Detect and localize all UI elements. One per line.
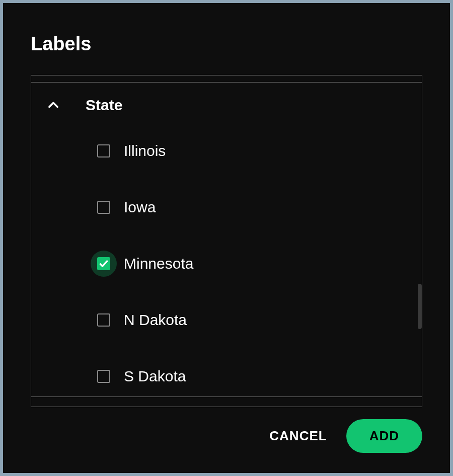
checkbox-wrap bbox=[91, 251, 117, 277]
checkbox-wrap bbox=[91, 138, 117, 164]
item-label: Iowa bbox=[124, 199, 156, 216]
checkbox[interactable] bbox=[97, 313, 110, 327]
list-item[interactable]: N Dakota bbox=[97, 307, 412, 333]
checkbox-wrap bbox=[91, 307, 117, 333]
list-item[interactable]: Minnesota bbox=[97, 251, 412, 277]
scrollbar-thumb[interactable] bbox=[418, 284, 422, 329]
list-item[interactable]: Illinois bbox=[97, 138, 412, 164]
list-item[interactable]: S Dakota bbox=[97, 363, 412, 389]
checkbox-wrap bbox=[91, 194, 117, 220]
chevron-up-icon[interactable] bbox=[46, 98, 60, 112]
group-title: State bbox=[86, 97, 122, 114]
group-header[interactable]: State bbox=[41, 93, 412, 123]
item-label: Minnesota bbox=[124, 255, 193, 272]
checkbox[interactable] bbox=[97, 201, 110, 214]
content-box: State Illinois bbox=[31, 75, 422, 407]
content-inner[interactable]: State Illinois bbox=[31, 83, 422, 396]
divider bbox=[31, 396, 422, 407]
list-item[interactable]: Iowa bbox=[97, 194, 412, 220]
cancel-button[interactable]: CANCEL bbox=[265, 423, 331, 449]
labels-dialog: Labels State Illino bbox=[3, 3, 450, 473]
checkbox[interactable] bbox=[97, 257, 110, 270]
add-button[interactable]: ADD bbox=[346, 419, 422, 453]
items-list: Illinois Iowa Mi bbox=[41, 123, 412, 396]
dialog-title: Labels bbox=[31, 33, 422, 55]
checkbox-wrap bbox=[91, 363, 117, 389]
item-label: N Dakota bbox=[124, 311, 187, 329]
divider bbox=[31, 75, 422, 83]
item-label: S Dakota bbox=[124, 368, 186, 385]
dialog-footer: CANCEL ADD bbox=[31, 407, 422, 453]
checkbox[interactable] bbox=[97, 144, 110, 157]
checkbox[interactable] bbox=[97, 370, 110, 383]
item-label: Illinois bbox=[124, 142, 166, 160]
